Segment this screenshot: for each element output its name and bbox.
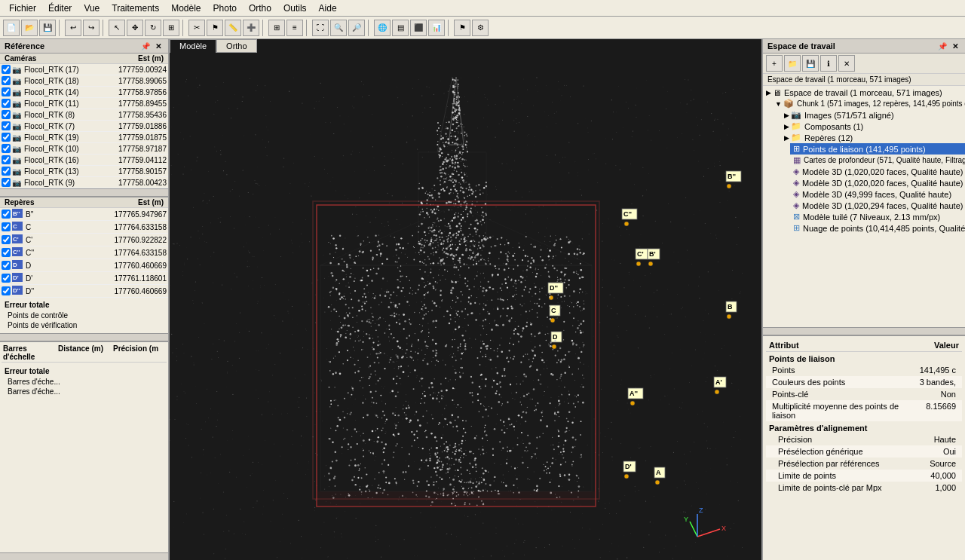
repere-check[interactable] (2, 235, 11, 244)
tree-images[interactable]: ▶ 📷 Images (571/571 aligné) (781, 109, 965, 121)
tb-cut[interactable]: ✂ (188, 20, 205, 36)
tb-open[interactable]: 📂 (21, 20, 38, 36)
tb-marker[interactable]: ⚑ (207, 20, 223, 36)
camera-check[interactable] (2, 155, 11, 164)
repere-check[interactable] (2, 222, 11, 231)
bottom-ech1[interactable]: Barres d'éche... (5, 377, 164, 387)
repere-row[interactable]: C C 177764.633158 (0, 221, 168, 234)
camera-row[interactable]: 📷 Flocol_RTK (18) 177758.99065 (0, 75, 168, 87)
ws-add-btn[interactable]: + (766, 55, 783, 72)
camera-check[interactable] (2, 121, 11, 130)
camera-row[interactable]: 📷 Flocol_RTK (7) 177759.01886 (0, 121, 168, 132)
camera-row[interactable]: 📷 Flocol_RTK (9) 177758.00423 (0, 177, 168, 188)
tb-zoom-out[interactable]: 🔎 (348, 20, 365, 36)
tb-rotate[interactable]: ↻ (145, 20, 161, 36)
camera-row[interactable]: 📷 Flocol_RTK (19) 177759.01875 (0, 132, 168, 143)
ws-close-icon[interactable]: ✕ (950, 41, 960, 51)
tb-align[interactable]: ≡ (286, 20, 303, 36)
tree-arrow-composants[interactable]: ▶ (784, 123, 789, 130)
camera-row[interactable]: 📷 Flocol_RTK (17) 177759.00924 (0, 64, 168, 75)
camera-row[interactable]: 📷 Flocol_RTK (8) 177758.95436 (0, 109, 168, 121)
ws-info-btn[interactable]: ℹ (820, 55, 837, 72)
tb-globe[interactable]: 🌐 (374, 20, 391, 36)
menu-aide[interactable]: Aide (313, 2, 343, 15)
menu-traitements[interactable]: Traitements (106, 2, 165, 15)
camera-check[interactable] (2, 76, 11, 85)
repere-row[interactable]: D'' D'' 177760.460669 (0, 285, 168, 298)
tree-composants[interactable]: ▶ 📁 Composants (1) (781, 121, 965, 132)
tb-move[interactable]: ✥ (127, 20, 143, 36)
repere-row[interactable]: B'' B'' 177765.947967 (0, 208, 168, 221)
menu-ortho[interactable]: Ortho (243, 2, 277, 15)
left-panel-hscroll[interactable] (0, 552, 168, 560)
tb-redo[interactable]: ↪ (83, 20, 100, 36)
ws-folder-btn[interactable]: 📁 (784, 55, 801, 72)
camera-check[interactable] (2, 167, 11, 176)
repere-row[interactable]: C' C' 177760.922822 (0, 234, 168, 246)
ws-close-btn[interactable]: ✕ (838, 55, 855, 72)
reperes-hscroll[interactable] (0, 333, 168, 341)
tree-modele3d-2[interactable]: ◈ Modèle 3D (1,020,020 faces, Qualité ha… (790, 177, 965, 188)
ref-icon-pin[interactable]: 📌 (140, 41, 151, 51)
points-controle-item[interactable]: Points de contrôle (5, 311, 164, 320)
repere-check[interactable] (2, 261, 11, 270)
menu-outils[interactable]: Outils (277, 2, 313, 15)
tree-nuage[interactable]: ⊞ Nuage de points (10,414,485 points, Qu… (790, 222, 965, 234)
camera-check[interactable] (2, 65, 11, 74)
tb-scale[interactable]: ⊞ (163, 20, 179, 36)
repere-row[interactable]: C'' C'' 177764.633158 (0, 246, 168, 259)
tb-save[interactable]: 💾 (39, 20, 56, 36)
camera-row[interactable]: 📷 Flocol_RTK (10) 177758.97187 (0, 143, 168, 155)
ref-icon-close[interactable]: ✕ (153, 41, 164, 51)
tb-new[interactable]: 📄 (3, 20, 20, 36)
tree-reperes[interactable]: ▶ 📁 Repères (12) (781, 132, 965, 143)
camera-check[interactable] (2, 110, 11, 119)
tree-modele3d-3[interactable]: ◈ Modèle 3D (49,999 faces, Qualité haute… (790, 188, 965, 200)
tb-add[interactable]: ➕ (243, 20, 259, 36)
ws-pin-icon[interactable]: 📌 (937, 41, 948, 51)
tb-layers[interactable]: ▤ (392, 20, 409, 36)
tb-zoom-in[interactable]: 🔍 (330, 20, 347, 36)
tb-grid[interactable]: ⊞ (268, 20, 285, 36)
points-verification-item[interactable]: Points de vérification (5, 320, 164, 330)
viewport-canvas[interactable]: B'' C'' C' B' B (170, 39, 761, 560)
camera-row[interactable]: 📷 Flocol_RTK (13) 177758.90157 (0, 166, 168, 177)
repere-check[interactable] (2, 274, 11, 283)
tree-cartes[interactable]: ▦ Cartes de profondeur (571, Qualité hau… (790, 155, 965, 166)
repere-row[interactable]: D' D' 177761.118601 (0, 272, 168, 285)
camera-check[interactable] (2, 144, 11, 153)
tree-arrow-root[interactable]: ▶ (766, 89, 771, 96)
menu-vue[interactable]: Vue (78, 2, 106, 15)
tree-points-liaison[interactable]: ⊞ Points de liaison (141,495 points) (790, 143, 965, 155)
tree-modele3d-1[interactable]: ◈ Modèle 3D (1,020,020 faces, Qualité ha… (790, 166, 965, 177)
repere-check[interactable] (2, 248, 11, 257)
tb-view3d[interactable]: ⬛ (410, 20, 427, 36)
camera-row[interactable]: 📷 Flocol_RTK (16) 177759.04112 (0, 155, 168, 166)
menu-modele[interactable]: Modèle (165, 2, 207, 15)
repere-check[interactable] (2, 210, 11, 219)
workspace-hscroll[interactable] (763, 327, 965, 335)
ws-save-btn[interactable]: 💾 (802, 55, 819, 72)
repere-check[interactable] (2, 286, 11, 295)
tb-ruler[interactable]: 📏 (225, 20, 241, 36)
menu-editer[interactable]: Éditer (42, 2, 78, 15)
camera-check[interactable] (2, 87, 11, 96)
tree-arrow-images[interactable]: ▶ (784, 112, 789, 119)
tb-flag[interactable]: ⚑ (454, 20, 470, 36)
camera-row[interactable]: 📷 Flocol_RTK (14) 177758.97856 (0, 87, 168, 98)
repere-row[interactable]: D D 177760.460669 (0, 259, 168, 272)
tree-arrow-reperes[interactable]: ▶ (784, 134, 789, 142)
camera-check[interactable] (2, 133, 11, 142)
tree-chunk[interactable]: ▼ 📦 Chunk 1 (571 images, 12 repères, 141… (772, 98, 965, 109)
camera-check[interactable] (2, 99, 11, 108)
tree-arrow-chunk[interactable]: ▼ (775, 100, 782, 108)
tb-zoom-fit[interactable]: ⛶ (312, 20, 329, 36)
tree-modele3d-4[interactable]: ◈ Modèle 3D (1,020,294 faces, Qualité ha… (790, 200, 965, 211)
camera-row[interactable]: 📷 Flocol_RTK (11) 177758.89455 (0, 98, 168, 109)
tb-undo[interactable]: ↩ (65, 20, 81, 36)
tb-settings[interactable]: ⚙ (472, 20, 489, 36)
tree-workspace-root[interactable]: ▶ 🖥 Espace de travail (1 morceau, 571 im… (763, 87, 965, 98)
camera-check[interactable] (2, 178, 11, 187)
tree-modele-tuile[interactable]: ⊠ Modèle tuilé (7 Niveaux, 2.13 mm/px) (790, 211, 965, 222)
menu-photo[interactable]: Photo (207, 2, 243, 15)
